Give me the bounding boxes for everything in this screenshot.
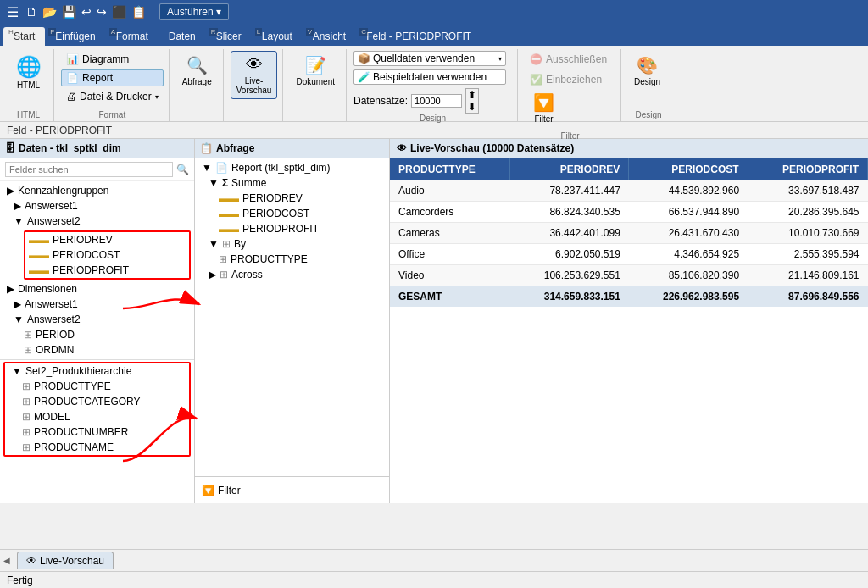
table-footer: GESAMT 314.659.833.151 226.962.983.595 8…	[390, 286, 868, 308]
search-icon[interactable]: 🔍	[176, 164, 189, 175]
tab-format[interactable]: A Format	[106, 27, 159, 46]
nav-left-icon[interactable]: ◀	[3, 556, 10, 565]
beispieldaten-label: Beispieldaten verwenden	[373, 71, 487, 83]
dimension-icon: ⊞	[22, 380, 31, 392]
tab-einfuegen[interactable]: F Einfügen	[45, 27, 105, 46]
html-button[interactable]: 🌐 HTML	[9, 51, 47, 94]
tab-feld-periodprofit[interactable]: C Feld - PERIODPROFIT	[356, 27, 481, 46]
field-label: PRODUCTNAME	[34, 441, 114, 453]
cell-producttype: Cameras	[390, 223, 510, 244]
tree-productcategory[interactable]: ⊞ PRODUCTCATEGORY	[5, 394, 189, 409]
live-vorschau-label: Live-Vorschau	[236, 76, 272, 95]
design2-button[interactable]: 🎨 Design	[628, 51, 666, 91]
html-group-label: HTML	[8, 110, 48, 121]
tab-slicer[interactable]: R Slicer	[206, 27, 252, 46]
design2-icon: 🎨	[637, 55, 658, 75]
tab-ansicht[interactable]: V Ansicht	[303, 27, 356, 46]
qa-copy[interactable]: 📋	[131, 5, 146, 19]
datensatze-input[interactable]	[411, 94, 462, 108]
query-summe[interactable]: ▼ Σ Summe	[195, 175, 389, 191]
format-group-label: Format	[61, 110, 164, 121]
query-across[interactable]: ▶ ⊞ Across	[195, 267, 389, 282]
query-periodcost[interactable]: ▬▬ PERIODCOST	[195, 206, 389, 221]
ribbon: 🌐 HTML HTML 📊 Diagramm 📄 Report 🖨 Datei …	[0, 46, 868, 122]
tree-answerset1-2[interactable]: ▶ Answerset1	[0, 297, 194, 312]
dokument-button[interactable]: 📝 Dokument	[290, 51, 341, 91]
tree-productnumber[interactable]: ⊞ PRODUCTNUMBER	[5, 424, 189, 440]
query-report[interactable]: ▼ 📄 Report (tkl_sptkl_dim)	[195, 160, 389, 175]
tree-productname[interactable]: ⊞ PRODUCTNAME	[5, 440, 189, 455]
tree-label: Kennzahlengruppen	[18, 185, 108, 197]
measure-icon: ▬▬	[219, 192, 239, 204]
query-by[interactable]: ▼ ⊞ By	[195, 236, 389, 252]
tree-periodcost[interactable]: ▬▬ PERIODCOST	[25, 247, 189, 263]
dimension-icon: ⊞	[22, 441, 31, 453]
einbeziehen-button[interactable]: ✅ Einbeziehen	[525, 71, 607, 88]
qa-redo[interactable]: ↪	[97, 5, 107, 19]
menu-icon[interactable]: ☰	[7, 4, 19, 20]
filter-icon: 🔽	[533, 92, 554, 113]
quelldaten-dropdown[interactable]: 📦 Quelldaten verwenden ▾	[353, 51, 506, 66]
tab-layout[interactable]: L Layout	[252, 27, 303, 46]
datensatze-row: Datensätze: ⬆⬇	[353, 88, 479, 114]
abfrage-button[interactable]: 🔍 Abfrage	[176, 51, 218, 91]
design2-label: Design	[634, 77, 660, 86]
report-button[interactable]: 📄 Report	[61, 69, 164, 86]
live-vorschau-button[interactable]: 👁 Live-Vorschau	[231, 51, 278, 99]
tree-answerset2-1[interactable]: ▼ Answerset2	[0, 214, 194, 229]
tree-label: By	[234, 238, 246, 250]
tree-ordmn[interactable]: ⊞ ORDMN	[0, 342, 194, 358]
qa-stop[interactable]: ⬛	[112, 5, 126, 19]
tree-producttype[interactable]: ⊞ PRODUCTTYPE	[5, 379, 189, 394]
ribbon-group-format: 📊 Diagramm 📄 Report 🖨 Datei & Drucker ▾ …	[56, 49, 170, 121]
query-periodprofit[interactable]: ▬▬ PERIODPROFIT	[195, 221, 389, 236]
cell-periodrev: 6.902.050.519	[510, 244, 629, 265]
filter-button[interactable]: 🔽 Filter	[525, 88, 563, 128]
tree-label: Answerset2	[27, 215, 81, 227]
search-input[interactable]	[5, 162, 173, 177]
ausschliessen-button[interactable]: ⛔ Ausschließen	[525, 51, 612, 68]
tree-model[interactable]: ⊞ MODEL	[5, 409, 189, 424]
field-label: PRODUCTTYPE	[34, 380, 111, 392]
tree-label: Set2_Produkthierarchie	[25, 365, 131, 377]
tree-answerset1-1[interactable]: ▶ Answerset1	[0, 198, 194, 214]
datei-drucker-button[interactable]: 🖨 Datei & Drucker ▾	[61, 88, 164, 105]
tree-dimensionen[interactable]: ▶ Dimensionen	[0, 281, 194, 297]
dimension-icon: ⊞	[24, 329, 32, 341]
qa-undo[interactable]: ↩	[81, 5, 92, 19]
ribbon-group-html: 🌐 HTML HTML	[3, 49, 54, 121]
run-button[interactable]: Ausführen ▾	[159, 3, 229, 20]
qa-new[interactable]: 🗋	[25, 5, 37, 19]
tab-daten[interactable]: Daten	[159, 27, 206, 46]
title-bar: ☰ 🗋 📂 💾 ↩ ↪ ⬛ 📋 Ausführen ▾	[0, 0, 868, 24]
diagramm-label: Diagramm	[82, 53, 129, 65]
filter-section: 🔽 Filter	[195, 476, 389, 503]
tree-periodrev[interactable]: ▬▬ PERIODREV	[25, 232, 189, 247]
field-label: MODEL	[34, 411, 70, 423]
ribbon-group-abfrage: 🔍 Abfrage	[171, 49, 224, 121]
query-producttype[interactable]: ⊞ PRODUCTTYPE	[195, 252, 389, 267]
filter-icon: 🔽	[202, 485, 214, 496]
field-label: PERIODPROFIT	[242, 223, 319, 235]
tree-periodprofit[interactable]: ▬▬ PERIODPROFIT	[25, 263, 189, 278]
qa-open[interactable]: 📂	[42, 5, 57, 19]
diagramm-button[interactable]: 📊 Diagramm	[61, 51, 164, 68]
format-buttons-col: 📊 Diagramm 📄 Report 🖨 Datei & Drucker ▾	[61, 51, 164, 105]
middle-panel-header: 📋 Abfrage	[195, 139, 389, 158]
tree-answerset2-2[interactable]: ▼ Answerset2	[0, 312, 194, 327]
tree-set2-produkthierarchie[interactable]: ▼ Set2_Produkthierarchie	[5, 363, 189, 379]
datensatze-spinner[interactable]: ⬆⬇	[465, 88, 479, 114]
footer-periodprofit: 87.696.849.556	[748, 286, 867, 308]
tree-label: Answerset1	[25, 200, 78, 212]
measure-icon: ▬▬	[29, 249, 49, 261]
cell-periodprofit: 10.010.730.669	[748, 223, 867, 244]
query-periodrev[interactable]: ▬▬ PERIODREV	[195, 191, 389, 206]
qa-save[interactable]: 💾	[62, 5, 76, 19]
tree-kennzahlen[interactable]: ▶ Kennzahlengruppen	[0, 183, 194, 198]
measure-icon: ▬▬	[29, 264, 49, 276]
dimension-icon: ⊞	[22, 426, 31, 438]
tab-start[interactable]: H Start	[3, 27, 45, 46]
beispieldaten-dropdown[interactable]: 🧪 Beispieldaten verwenden	[353, 69, 506, 85]
bottom-tab-live-vorschau[interactable]: 👁 Live-Vorschau	[17, 552, 114, 569]
tree-period[interactable]: ⊞ PERIOD	[0, 327, 194, 342]
